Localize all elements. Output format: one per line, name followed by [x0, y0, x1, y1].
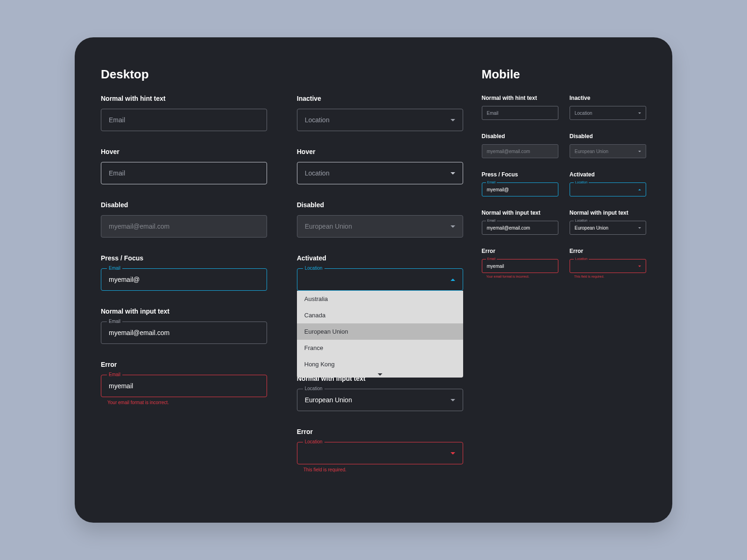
location-select-inactive-mobile[interactable]: Location	[570, 106, 646, 120]
mobile-text-inputs: Normal with hint text Email Disabled mye…	[482, 95, 558, 291]
state-label: Press / Focus	[101, 254, 267, 262]
state-label: Activated	[297, 254, 463, 262]
input-value: myemail@email.com	[487, 225, 553, 231]
email-input-hover[interactable]: Email	[101, 162, 267, 184]
placeholder-text: Email	[487, 111, 553, 116]
location-select-disabled: European Union	[297, 215, 463, 238]
placeholder-text: Email	[109, 169, 259, 177]
mobile-title: Mobile	[482, 67, 647, 82]
email-input-focus-mobile[interactable]: Email myemail@	[482, 182, 558, 196]
float-label: Email	[107, 372, 122, 377]
desktop-select-inputs: Inactive Location Hover Location Disable…	[297, 95, 463, 489]
select-value: European Union	[305, 396, 451, 404]
location-select-activated-mobile[interactable]: Location	[570, 182, 646, 196]
input-value: myemail	[487, 264, 553, 269]
state-label: Hover	[101, 148, 267, 155]
float-label: Email	[107, 266, 122, 271]
input-value: myemail@email.com	[487, 149, 553, 154]
state-label: Hover	[297, 148, 463, 155]
state-label: Disabled	[570, 133, 646, 140]
state-label: Normal with input text	[101, 308, 267, 315]
email-input-filled[interactable]: Email myemail@email.com	[101, 322, 267, 344]
float-label: Email	[486, 219, 497, 222]
state-label: Normal with input text	[482, 210, 558, 216]
location-select-filled-mobile[interactable]: Location European Union	[570, 221, 646, 235]
float-label: Email	[107, 319, 122, 324]
placeholder-text: Location	[575, 111, 638, 116]
chevron-down-icon	[638, 151, 641, 152]
state-label: Inactive	[297, 95, 463, 102]
error-message: This field is required.	[570, 275, 646, 278]
dropdown-option[interactable]: Hong Kong	[297, 356, 463, 372]
float-label: Location	[303, 439, 324, 444]
dropdown-scroll-indicator[interactable]	[297, 372, 463, 378]
input-value: myemail	[109, 382, 259, 390]
state-label: Error	[297, 428, 463, 435]
chevron-down-icon	[638, 112, 641, 114]
error-message: Your email format is incorrect.	[101, 400, 267, 405]
placeholder-text: Location	[305, 116, 451, 124]
float-label: Location	[574, 219, 589, 222]
email-input-error-mobile[interactable]: Email myemail	[482, 259, 558, 273]
error-message: This field is required.	[297, 467, 463, 472]
email-input-error[interactable]: Email myemail	[101, 375, 267, 397]
state-label: Error	[101, 361, 267, 368]
dropdown-menu: Australia Canada European Union France H…	[297, 291, 463, 378]
dropdown-option[interactable]: Canada	[297, 307, 463, 323]
location-select-error[interactable]: Location	[297, 442, 463, 464]
input-value: myemail@	[487, 187, 553, 192]
input-value: myemail@email.com	[109, 223, 259, 230]
chevron-down-icon	[638, 266, 641, 267]
desktop-text-inputs: Normal with hint text Email Hover Email …	[101, 95, 267, 489]
chevron-up-icon	[451, 279, 455, 281]
chevron-down-icon	[638, 227, 641, 229]
chevron-down-icon	[451, 172, 455, 175]
input-value: myemail@email.com	[109, 329, 259, 336]
location-select-error-mobile[interactable]: Location	[570, 259, 646, 273]
state-label: Activated	[570, 171, 646, 178]
state-label: Inactive	[570, 95, 646, 101]
state-label: Error	[570, 248, 646, 254]
design-spec-card: Desktop Normal with hint text Email Hove…	[75, 37, 672, 523]
email-input-normal-mobile[interactable]: Email	[482, 106, 558, 120]
email-input-disabled: myemail@email.com	[101, 215, 267, 238]
state-label: Press / Focus	[482, 171, 558, 178]
email-input-filled-mobile[interactable]: Email myemail@email.com	[482, 221, 558, 235]
location-select-filled[interactable]: Location European Union	[297, 389, 463, 411]
select-value: European Union	[575, 225, 638, 231]
placeholder-text: Location	[305, 169, 451, 177]
select-value: European Union	[305, 223, 451, 230]
location-select-inactive[interactable]: Location	[297, 109, 463, 131]
location-select-activated[interactable]: Location	[297, 268, 463, 291]
location-select-hover[interactable]: Location	[297, 162, 463, 184]
state-label: Normal with hint text	[482, 95, 558, 101]
chevron-down-icon	[451, 399, 455, 401]
select-value: European Union	[575, 149, 638, 154]
chevron-down-icon	[451, 452, 455, 455]
email-input-normal[interactable]: Email	[101, 109, 267, 131]
float-label: Email	[486, 181, 497, 184]
chevron-down-icon	[378, 373, 382, 376]
error-message: Your email format is incorrect.	[482, 275, 558, 278]
float-label: Location	[574, 181, 589, 184]
email-input-disabled-mobile: myemail@email.com	[482, 144, 558, 158]
desktop-title: Desktop	[101, 67, 463, 82]
dropdown-option[interactable]: Australia	[297, 291, 463, 307]
dropdown-option-selected[interactable]: European Union	[297, 323, 463, 340]
state-label: Normal with input text	[570, 210, 646, 216]
dropdown-option[interactable]: France	[297, 340, 463, 356]
float-label: Email	[486, 257, 497, 260]
chevron-down-icon	[451, 119, 455, 121]
state-label: Disabled	[482, 133, 558, 140]
input-value: myemail@	[109, 276, 259, 283]
float-label: Location	[303, 386, 324, 391]
desktop-section: Desktop Normal with hint text Email Hove…	[101, 67, 463, 489]
state-label: Disabled	[297, 201, 463, 209]
email-input-focus[interactable]: Email myemail@	[101, 268, 267, 291]
mobile-section: Mobile Normal with hint text Email Disab…	[482, 67, 647, 489]
float-label: Location	[303, 266, 324, 271]
location-select-disabled-mobile: European Union	[570, 144, 646, 158]
state-label: Error	[482, 248, 558, 254]
mobile-select-inputs: Inactive Location Disabled European Unio…	[570, 95, 646, 291]
state-label: Disabled	[101, 201, 267, 209]
